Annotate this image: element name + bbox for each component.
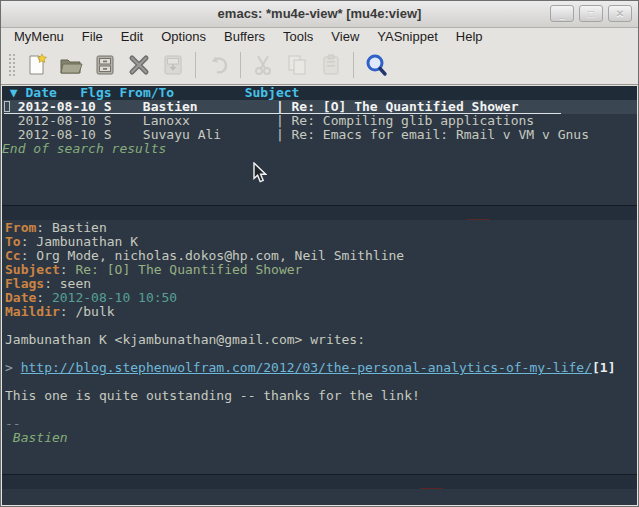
search-icon bbox=[363, 52, 389, 78]
signature-dashes: -- bbox=[5, 417, 637, 431]
row-subject: | Re: Emacs for email: Rmail v VM v Gnus bbox=[276, 128, 637, 142]
tool-bar bbox=[1, 46, 638, 85]
window-controls: _ □ ✕ bbox=[550, 5, 632, 22]
body-url-link[interactable]: http://blog.stephenwolfram.com/2012/03/t… bbox=[21, 361, 592, 375]
field-value: Re: [O] The Quantified Shower bbox=[75, 263, 302, 277]
save-icon bbox=[92, 52, 118, 78]
delete-button[interactable] bbox=[122, 50, 156, 80]
field-flags: Flags: seen bbox=[5, 277, 637, 291]
field-label: To bbox=[5, 235, 21, 249]
toolbar-separator bbox=[353, 52, 354, 78]
field-value: Jambunathan K bbox=[36, 235, 138, 249]
hollow-text-cursor bbox=[4, 101, 10, 112]
signature-name: Bastien bbox=[5, 431, 637, 445]
copy-icon bbox=[284, 52, 310, 78]
table-row[interactable]: 2012-08-10 S Lanoxx | Re: Compiling glib… bbox=[2, 114, 637, 128]
field-maildir: Maildir: /bulk bbox=[5, 305, 637, 319]
blank-line bbox=[5, 319, 637, 333]
toolbar-separator bbox=[240, 52, 241, 78]
emacs-window: emacs: *mu4e-view* [mu4e:view] _ □ ✕ MyM… bbox=[0, 0, 639, 507]
maximize-button[interactable]: □ bbox=[579, 5, 603, 22]
field-label: Cc bbox=[5, 249, 21, 263]
field-separator: : bbox=[36, 291, 52, 305]
field-value: Org Mode, nicholas.dokos@hp.com, Neil Sm… bbox=[36, 249, 404, 263]
cut-button[interactable] bbox=[246, 50, 280, 80]
field-label: Subject bbox=[5, 263, 60, 277]
open-folder-button[interactable] bbox=[54, 50, 88, 80]
paste-clipboard-icon bbox=[318, 52, 344, 78]
menu-file[interactable]: File bbox=[73, 28, 112, 46]
menu-edit[interactable]: Edit bbox=[112, 28, 152, 46]
row-flags: S bbox=[104, 100, 143, 114]
save-as-button[interactable] bbox=[156, 50, 190, 80]
field-date: Date: 2012-08-10 10:50 bbox=[5, 291, 637, 305]
row-date: 2012-08-10 bbox=[18, 114, 104, 128]
menu-buffers[interactable]: Buffers bbox=[215, 28, 274, 46]
field-value: seen bbox=[60, 277, 91, 291]
row-from: Bastien bbox=[143, 100, 276, 114]
menu-options[interactable]: Options bbox=[152, 28, 215, 46]
field-label: Flags bbox=[5, 277, 44, 291]
modeline-headers[interactable]: *mu4e-headers* ( 1, 0) [All/275] [mu4e-h… bbox=[2, 205, 637, 220]
field-label: Maildir bbox=[5, 305, 60, 319]
undo-icon bbox=[205, 52, 231, 78]
row-flags: S bbox=[104, 128, 143, 142]
menu-mymenu[interactable]: MyMenu bbox=[5, 28, 73, 46]
menu-tools[interactable]: Tools bbox=[274, 28, 322, 46]
field-value: 2012-08-10 10:50 bbox=[52, 291, 177, 305]
table-row[interactable]: 2012-08-10 S Suvayu Ali | Re: Emacs for … bbox=[2, 128, 637, 142]
field-separator: : bbox=[21, 235, 37, 249]
row-subject: | Re: Compiling glib applications bbox=[276, 114, 637, 128]
undo-button[interactable] bbox=[201, 50, 235, 80]
blank-line bbox=[5, 375, 637, 389]
row-from: Suvayu Ali bbox=[143, 128, 276, 142]
row-indent bbox=[2, 114, 18, 128]
row-from: Lanoxx bbox=[143, 114, 276, 128]
menu-bar: MyMenu File Edit Options Buffers Tools V… bbox=[1, 28, 638, 46]
search-button[interactable] bbox=[359, 50, 393, 80]
menu-help[interactable]: Help bbox=[447, 28, 492, 46]
delete-x-icon bbox=[126, 52, 152, 78]
field-separator: : bbox=[60, 263, 76, 277]
mu4e-headers-window: ▼ Date Flgs From/To Subject 2012-08-10 S… bbox=[2, 86, 637, 205]
field-separator: : bbox=[21, 249, 37, 263]
field-label: From bbox=[5, 221, 36, 235]
toolbar-grip[interactable] bbox=[7, 52, 16, 78]
minimize-button[interactable]: _ bbox=[550, 5, 574, 22]
new-file-button[interactable] bbox=[20, 50, 54, 80]
field-cc: Cc: Org Mode, nicholas.dokos@hp.com, Nei… bbox=[5, 249, 637, 263]
emacs-frame-content: ▼ Date Flgs From/To Subject 2012-08-10 S… bbox=[2, 86, 637, 505]
field-to: To: Jambunathan K bbox=[5, 235, 637, 249]
field-separator: : bbox=[36, 221, 52, 235]
menu-yasnippet[interactable]: YASnippet bbox=[368, 28, 446, 46]
title-bar[interactable]: emacs: *mu4e-view* [mu4e:view] _ □ ✕ bbox=[1, 1, 638, 28]
field-separator: : bbox=[60, 305, 76, 319]
cut-scissors-icon bbox=[250, 52, 276, 78]
close-button[interactable]: ✕ bbox=[608, 5, 632, 22]
blank-line bbox=[5, 347, 637, 361]
row-flags: S bbox=[104, 114, 143, 128]
body-text-line: This one is quite outstanding -- thanks … bbox=[5, 389, 637, 403]
toolbar-separator bbox=[195, 52, 196, 78]
modeline-view[interactable]: *mu4e-view* ( 1, 0) [All/372] [mu4e:view… bbox=[2, 474, 637, 489]
blank-line bbox=[5, 403, 637, 417]
row-subject: | Re: [O] The Quantified Shower bbox=[276, 100, 637, 114]
window-title: emacs: *mu4e-view* [mu4e:view] bbox=[1, 1, 638, 27]
new-file-icon bbox=[24, 52, 50, 78]
mouse-cursor bbox=[253, 162, 267, 183]
body-writes-line: Jambunathan K <kjambunathan@gmail.com> w… bbox=[5, 333, 637, 347]
row-indent bbox=[2, 128, 18, 142]
save-button[interactable] bbox=[88, 50, 122, 80]
field-value: /bulk bbox=[75, 305, 114, 319]
table-row[interactable]: 2012-08-10 S Bastien | Re: [O] The Quant… bbox=[2, 100, 637, 114]
save-as-icon bbox=[160, 52, 186, 78]
field-label: Date bbox=[5, 291, 36, 305]
headers-sort-header-line[interactable]: ▼ Date Flgs From/To Subject bbox=[2, 86, 637, 100]
menu-view[interactable]: View bbox=[322, 28, 368, 46]
body-quote-line: > http://blog.stephenwolfram.com/2012/03… bbox=[5, 361, 637, 375]
echo-area[interactable] bbox=[2, 489, 637, 505]
field-from: From: Bastien bbox=[5, 221, 637, 235]
paste-button[interactable] bbox=[314, 50, 348, 80]
copy-button[interactable] bbox=[280, 50, 314, 80]
open-folder-icon bbox=[58, 52, 84, 78]
